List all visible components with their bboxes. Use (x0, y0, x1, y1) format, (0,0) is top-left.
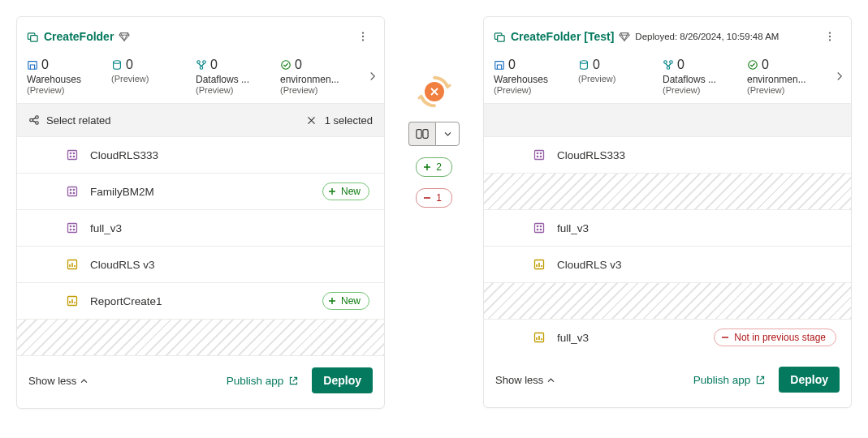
minus-icon (721, 333, 729, 341)
plus-icon (328, 297, 336, 305)
report-icon (533, 258, 546, 271)
list-item[interactable]: CloudRLS333 (484, 137, 851, 174)
semantic-model-icon (66, 221, 79, 234)
svg-point-12 (36, 116, 39, 119)
stat-row: 0 Warehouses (Preview) 0 (Preview) 0 Dat… (484, 51, 851, 103)
premium-diamond-icon (619, 31, 630, 42)
stage-title-text: CreateFolder (44, 30, 114, 43)
svg-point-43 (749, 61, 758, 70)
stat-dataflows[interactable]: 0 Dataflows ... (Preview) (196, 58, 280, 95)
deployed-timestamp: Deployed: 8/26/2024, 10:59:48 AM (635, 32, 779, 41)
stat-sql[interactable]: 0 (Preview) (578, 58, 663, 84)
list-item[interactable]: full_v3 Not in previous stage (484, 320, 851, 355)
svg-point-46 (540, 152, 541, 153)
added-count-pill[interactable]: 2 (416, 157, 452, 177)
svg-point-41 (670, 61, 673, 64)
list-item[interactable]: ReportCreate1 New (17, 283, 384, 320)
semantic-model-icon (66, 185, 79, 198)
deploy-button[interactable]: Deploy (312, 367, 373, 393)
share-icon (28, 114, 40, 126)
publish-app-link[interactable]: Publish app (693, 374, 767, 386)
select-related-bar: Select related 1 selected (17, 103, 384, 137)
svg-point-6 (114, 61, 121, 64)
svg-point-36 (829, 36, 831, 37)
source-stage-card: CreateFolder 0 Warehouses (Preview) (16, 16, 385, 409)
svg-point-11 (30, 118, 33, 122)
stats-scroll-right[interactable] (365, 68, 381, 84)
svg-point-10 (282, 61, 291, 70)
show-less-toggle[interactable]: Show less (28, 375, 89, 387)
svg-rect-1 (31, 35, 37, 41)
compare-icon (416, 128, 429, 140)
svg-point-2 (362, 32, 364, 33)
list-item[interactable]: FamilyBM2M New (17, 174, 384, 210)
compare-column: 2 1 (385, 16, 483, 208)
stat-warehouses[interactable]: 0 Warehouses (Preview) (494, 58, 578, 95)
show-less-toggle[interactable]: Show less (495, 374, 555, 386)
publish-app-link[interactable]: Publish app (227, 375, 300, 387)
svg-rect-31 (417, 130, 421, 139)
workspace-icon (494, 31, 506, 43)
dataflow-icon (196, 59, 207, 71)
list-item[interactable]: CloudRLS333 (17, 137, 384, 174)
svg-rect-19 (68, 187, 77, 196)
svg-point-27 (70, 229, 71, 230)
select-related-label[interactable]: Select related (46, 114, 111, 127)
item-list: CloudRLS333 FamilyBM2M New full_v3 Cloud… (17, 137, 384, 356)
svg-rect-34 (498, 35, 504, 41)
plus-icon (328, 187, 336, 195)
svg-rect-14 (68, 151, 77, 160)
svg-point-47 (537, 156, 538, 157)
stat-sql[interactable]: 0 (Preview) (111, 58, 196, 84)
svg-point-22 (70, 192, 71, 193)
svg-rect-49 (535, 224, 544, 233)
card-footer: Show less Publish app Deploy (17, 356, 384, 408)
more-options-button[interactable] (352, 25, 374, 48)
target-stage-card: CreateFolder [Test] Deployed: 8/26/2024,… (483, 16, 852, 408)
stage-title[interactable]: CreateFolder [Test] (494, 30, 630, 43)
environment-icon (280, 59, 291, 71)
stats-scroll-right[interactable] (831, 68, 848, 84)
svg-point-18 (73, 156, 74, 157)
svg-point-9 (200, 67, 203, 70)
svg-point-48 (540, 156, 541, 157)
card-header: CreateFolder [Test] Deployed: 8/26/2024,… (484, 17, 851, 51)
svg-rect-32 (423, 130, 428, 139)
compare-dropdown-button[interactable] (435, 122, 460, 146)
compare-side-by-side-button[interactable] (408, 122, 435, 146)
list-item[interactable]: full_v3 (17, 210, 384, 247)
open-external-icon (755, 375, 766, 385)
semantic-model-icon (66, 148, 79, 161)
report-icon (533, 331, 546, 344)
new-badge: New (322, 182, 369, 200)
stage-title[interactable]: CreateFolder (27, 30, 130, 43)
stat-environments[interactable]: 0 environmen... (Preview) (280, 58, 365, 95)
not-in-previous-badge: Not in previous stage (714, 328, 836, 346)
svg-point-51 (540, 225, 541, 226)
stat-environments[interactable]: 0 environmen... (Preview) (747, 58, 831, 95)
more-options-button[interactable] (818, 25, 841, 48)
svg-point-37 (829, 39, 831, 41)
open-external-icon (288, 376, 299, 386)
new-badge: New (322, 292, 369, 310)
list-item[interactable]: CloudRLS v3 (484, 247, 851, 283)
plus-icon (423, 163, 431, 171)
sync-status-badge[interactable] (416, 73, 453, 110)
list-item[interactable]: CloudRLS v3 (17, 247, 384, 283)
removed-count-pill[interactable]: 1 (416, 188, 452, 208)
clear-selection-button[interactable] (306, 115, 317, 126)
list-item[interactable]: full_v3 (484, 210, 851, 247)
svg-point-16 (73, 152, 74, 153)
svg-point-20 (70, 189, 71, 190)
svg-point-25 (70, 225, 71, 226)
stat-dataflows[interactable]: 0 Dataflows ... (Preview) (663, 58, 747, 95)
svg-rect-24 (68, 224, 77, 233)
stat-warehouses[interactable]: 0 Warehouses (Preview) (27, 58, 111, 95)
svg-point-28 (73, 229, 74, 230)
card-header: CreateFolder (17, 17, 384, 51)
placeholder-slot (484, 174, 851, 210)
svg-point-42 (667, 67, 670, 70)
deploy-button[interactable]: Deploy (779, 367, 840, 393)
svg-point-53 (540, 229, 541, 230)
report-icon (66, 294, 79, 307)
